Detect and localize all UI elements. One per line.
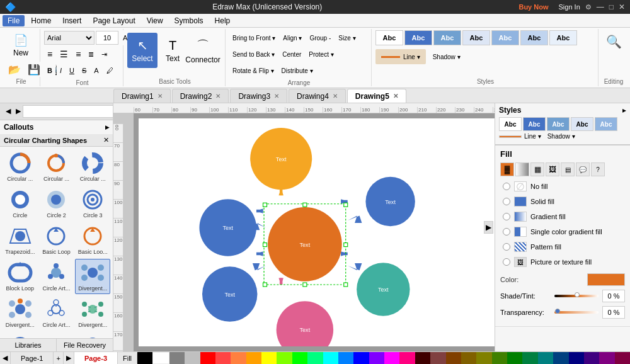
sidebar-search-input[interactable] [23, 105, 113, 118]
color-cell-teal[interactable] [538, 352, 553, 364]
page-next-btn[interactable]: ▶ [64, 352, 74, 364]
shape-circular2[interactable]: Circular ... [39, 149, 74, 185]
style-swatch-4[interactable]: Abc [462, 30, 490, 45]
color-cell-gray[interactable] [169, 352, 185, 364]
sidebar-back-btn[interactable]: ◀ [4, 106, 13, 116]
fill-option-picture[interactable]: 🖼 Picture or texture fill [500, 256, 625, 268]
fill-option-gradient[interactable]: Gradient fill [500, 210, 625, 223]
tab-drawing4[interactable]: Drawing4 ✕ [289, 89, 346, 103]
scroll-right-btn[interactable]: ▶ [484, 221, 493, 234]
color-cell-spring[interactable] [307, 352, 323, 364]
shape-circles[interactable]: Circles [39, 332, 74, 338]
panel-style-2[interactable]: Abc [523, 117, 546, 131]
select-tool-btn[interactable]: ↖ Select [127, 33, 158, 68]
canvas-background[interactable]: X 网 [139, 118, 495, 346]
line-btn[interactable]: Line ▾ [375, 49, 426, 64]
tab-close-3[interactable]: ✕ [274, 93, 279, 100]
color-cell-brown2[interactable] [446, 352, 461, 364]
fill-solid-icon[interactable]: ▓ [500, 162, 514, 176]
color-cell-orange[interactable] [231, 352, 246, 364]
fill-misc3-icon[interactable]: ? [591, 162, 605, 176]
tab-drawing2[interactable]: Drawing2 ✕ [172, 89, 229, 103]
transparency-value[interactable] [602, 306, 625, 319]
shape-block-loop[interactable]: Block Loop [3, 259, 38, 294]
page-prev-btn[interactable]: ◀ [0, 352, 11, 364]
fill-gradient-icon[interactable] [515, 162, 529, 176]
menu-view[interactable]: View [142, 15, 168, 26]
font-color-btn[interactable]: A [91, 63, 101, 78]
color-cell-purple[interactable] [599, 352, 614, 364]
circular-section-close[interactable]: ✕ [103, 136, 109, 144]
align-center-btn[interactable]: ☰ [57, 47, 71, 62]
tab-drawing1[interactable]: Drawing1 ✕ [113, 89, 171, 103]
menu-file[interactable]: File [3, 15, 25, 26]
color-cell-olive[interactable] [461, 352, 476, 364]
callouts-section[interactable]: Callouts ▸ [0, 120, 113, 134]
tab-close-4[interactable]: ✕ [333, 93, 338, 100]
tab-close-5[interactable]: ✕ [393, 93, 398, 100]
shape-circle-art2[interactable]: Circle Art... [39, 295, 74, 331]
shadow-dropdown-btn[interactable]: Shadow ▾ [547, 133, 575, 140]
shape-highlight[interactable]: Highlight... [3, 332, 38, 338]
canvas-content[interactable]: X 网 [134, 113, 495, 351]
fill-misc1-icon[interactable]: ▤ [561, 162, 575, 176]
highlight-btn[interactable]: 🖊 [103, 63, 117, 78]
shape-circle2[interactable]: Circle 2 [39, 186, 74, 221]
open-button[interactable]: 📂 [5, 62, 24, 77]
color-cell-white[interactable] [152, 352, 169, 364]
menu-symbols[interactable]: Symbols [169, 15, 209, 26]
shape-basic-loop[interactable]: Basic Loop [39, 222, 74, 258]
color-cell-olive2[interactable] [476, 352, 491, 364]
tab-drawing3[interactable]: Drawing3 ✕ [230, 89, 287, 103]
shape-trapezoid[interactable]: Trapezoid... [3, 222, 38, 258]
tab-close-2[interactable]: ✕ [215, 93, 220, 100]
page-add-btn[interactable]: + [54, 352, 63, 364]
tab-close-1[interactable]: ✕ [158, 93, 163, 100]
maximize-button[interactable]: □ [609, 3, 614, 11]
fill-option-pattern[interactable]: Pattern fill [500, 241, 625, 253]
libraries-btn[interactable]: Libraries [0, 339, 57, 351]
sidebar-forward-btn[interactable]: ▶ [14, 106, 23, 116]
distribute-btn[interactable]: Distribute ▾ [278, 63, 316, 78]
fill-pattern-icon[interactable]: ▦ [530, 162, 544, 176]
color-cell-red[interactable] [200, 352, 215, 364]
settings-icon[interactable]: ⚙ [585, 3, 592, 11]
sign-in-button[interactable]: Sign In [559, 3, 580, 11]
shape-divergent3[interactable]: Divergent... [75, 295, 110, 331]
bold-btn[interactable]: B [44, 63, 55, 78]
panel-style-3[interactable]: Abc [547, 117, 570, 131]
color-cell-brown[interactable] [430, 352, 445, 364]
color-cell-blue[interactable] [353, 352, 369, 364]
line-dropdown-btn[interactable]: Line ▾ [524, 133, 541, 140]
find-btn[interactable]: 🔍 [602, 30, 625, 53]
panel-style-5[interactable]: Abc [595, 117, 617, 131]
style-swatch-3[interactable]: Abc [433, 30, 461, 45]
font-size-input[interactable] [96, 31, 118, 45]
color-cell-yellow[interactable] [261, 352, 277, 364]
fill-picture-icon[interactable]: 🖼 [546, 162, 559, 176]
fill-option-solid[interactable]: Solid fill [500, 195, 625, 208]
shape-circle[interactable]: Circle [3, 186, 38, 221]
protect-btn[interactable]: Protect ▾ [306, 47, 336, 62]
text-tool-btn[interactable]: T Text [160, 33, 185, 68]
minimize-button[interactable]: — [597, 3, 604, 11]
panel-style-1[interactable]: Abc [499, 117, 522, 131]
center-btn[interactable]: Center [279, 47, 304, 62]
color-cell-purple2[interactable] [584, 352, 599, 364]
group-btn[interactable]: Group - [306, 30, 334, 45]
color-cell-green3[interactable] [507, 352, 522, 364]
menu-page-layout[interactable]: Page Layout [88, 15, 140, 26]
rotate-flip-btn[interactable]: Rotate & Flip ▾ [229, 63, 277, 78]
color-cell-rose[interactable] [399, 352, 415, 364]
style-swatch-2[interactable]: Abc [404, 30, 432, 45]
fill-misc2-icon[interactable]: 💬 [576, 162, 590, 176]
font-family-select[interactable]: Arial [44, 31, 94, 45]
menu-insert[interactable]: Insert [57, 15, 86, 26]
color-cell-purple3[interactable] [615, 352, 630, 364]
color-cell-magenta[interactable] [384, 352, 399, 364]
color-cell-violet[interactable] [369, 352, 384, 364]
bottom-tab-page3[interactable]: Page-3 [74, 352, 118, 364]
style-swatch-1[interactable]: Abc [375, 30, 403, 45]
color-cell-amber[interactable] [246, 352, 261, 364]
bring-to-front-btn[interactable]: Bring to Front ▾ [229, 30, 278, 45]
